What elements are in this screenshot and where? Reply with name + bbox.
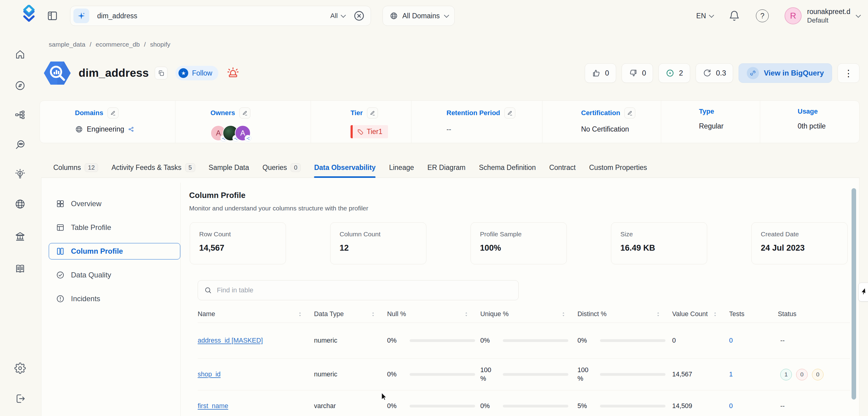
tab-label: Custom Properties: [589, 164, 647, 172]
details-domains: Domains Engineering: [40, 101, 176, 143]
upvote-button[interactable]: 0: [585, 63, 616, 83]
tab-sample-data[interactable]: Sample Data: [209, 157, 249, 178]
view-in-bigquery-button[interactable]: View in BigQuery: [739, 63, 832, 83]
app-sidebar: [0, 0, 40, 416]
sort-icon: [655, 311, 661, 317]
breadcrumb-item-ecommerce-db[interactable]: ecommerce_db: [96, 41, 140, 48]
null-pct-value: 0%: [387, 370, 405, 379]
column-header-name[interactable]: Name: [198, 310, 314, 318]
distinct-pct-cell: 100 %: [578, 366, 672, 383]
tests-link[interactable]: 0: [729, 402, 778, 410]
details-usage: Usage 0th pctile: [760, 101, 859, 143]
edit-tier-button[interactable]: [367, 107, 378, 119]
vertical-scrollbar[interactable]: [851, 188, 856, 399]
nav-home-button[interactable]: [14, 49, 27, 61]
follow-button[interactable]: ★ Follow: [176, 66, 218, 81]
column-header-value-count[interactable]: Value Count: [672, 310, 729, 318]
edit-owners-button[interactable]: [239, 107, 250, 119]
app-logo-icon[interactable]: [18, 5, 40, 26]
stat-card-row-count: Row Count14,567: [190, 222, 286, 264]
column-link-address-id-masked[interactable]: address_id [MASKED]: [198, 337, 314, 345]
breadcrumb-item-shopify[interactable]: shopify: [150, 41, 170, 48]
null-pct-value: 0%: [387, 402, 405, 411]
tab-activity-feeds-tasks[interactable]: Activity Feeds & Tasks5: [112, 157, 195, 178]
search-clear-button[interactable]: [353, 10, 365, 22]
test-status-badge-success[interactable]: 1: [780, 369, 792, 380]
tab-columns[interactable]: Columns12: [53, 157, 98, 178]
null-pct-bar: [410, 373, 475, 376]
tab-lineage[interactable]: Lineage: [389, 157, 414, 178]
unique-pct-bar: [503, 373, 568, 376]
edit-retention-button[interactable]: [504, 107, 515, 119]
user-menu[interactable]: R rounakpreet.d Default: [784, 7, 860, 24]
global-search[interactable]: All: [70, 6, 371, 26]
column-header-unique[interactable]: Unique %: [480, 310, 578, 318]
column-header-status: Status: [778, 310, 850, 318]
views-counter[interactable]: 2: [658, 63, 690, 83]
nav-logout-button[interactable]: [14, 393, 27, 405]
edit-certification-button[interactable]: [624, 107, 635, 119]
globe-icon: [390, 11, 398, 20]
downvote-button[interactable]: 0: [622, 63, 653, 83]
tab-custom-properties[interactable]: Custom Properties: [589, 157, 647, 178]
global-search-input[interactable]: [97, 12, 331, 20]
help-button[interactable]: ?: [756, 9, 769, 22]
find-in-table-input[interactable]: [217, 286, 512, 294]
breadcrumb-separator: /: [90, 41, 91, 48]
nav-governance-button[interactable]: [14, 231, 27, 243]
column-header-distinct[interactable]: Distinct %: [578, 310, 672, 318]
subnav-item-overview[interactable]: Overview: [49, 195, 180, 212]
tier-badge[interactable]: Tier1: [350, 125, 388, 138]
copy-name-button[interactable]: [155, 67, 167, 79]
breadcrumb-item-sample-data[interactable]: sample_data: [49, 41, 85, 48]
tab-count-badge: 0: [290, 163, 301, 172]
all-domains-dropdown[interactable]: All Domains: [382, 6, 455, 26]
value-count-cell: 14,567: [672, 371, 729, 378]
search-scope-dropdown[interactable]: All: [331, 12, 344, 20]
null-pct-cell: 0%: [387, 337, 480, 345]
subnav-item-table-profile[interactable]: Table Profile: [49, 219, 180, 236]
tab-er-diagram[interactable]: ER Diagram: [427, 157, 465, 178]
tab-schema-definition[interactable]: Schema Definition: [479, 157, 536, 178]
tab-data-observability[interactable]: Data Observability: [314, 157, 375, 178]
nav-domains-button[interactable]: [14, 198, 27, 211]
version-button[interactable]: 0.3: [695, 63, 733, 83]
domain-link[interactable]: Engineering: [87, 125, 124, 133]
nav-settings-button[interactable]: [14, 362, 27, 375]
column-link-shop-id[interactable]: shop_id: [198, 371, 314, 378]
nav-insights-button[interactable]: [14, 168, 27, 181]
tab-queries[interactable]: Queries0: [262, 157, 301, 178]
tests-link[interactable]: 1: [729, 371, 778, 378]
notifications-bell-icon[interactable]: [728, 10, 740, 22]
distinct-pct-value: 100 %: [578, 366, 595, 383]
more-actions-button[interactable]: ⋮: [838, 63, 860, 83]
test-status-badge-failed[interactable]: 0: [796, 369, 808, 380]
nav-explore-button[interactable]: [14, 80, 27, 92]
tests-link[interactable]: 0: [729, 337, 778, 345]
column-link-first-name[interactable]: first_name: [198, 402, 314, 410]
edit-domains-button[interactable]: [107, 107, 119, 119]
details-certification: Certification No Certification: [542, 101, 661, 143]
nav-lineage-button[interactable]: [14, 109, 27, 121]
test-status-badge-aborted[interactable]: 0: [812, 369, 824, 380]
owner-avatar[interactable]: A: [235, 125, 251, 141]
entity-header: dim_address ★ Follow 0 0 2 0.3 View in B…: [43, 57, 860, 89]
language-dropdown[interactable]: EN: [696, 12, 713, 20]
null-pct-bar: [410, 405, 475, 408]
status-empty: --: [780, 402, 784, 410]
nav-glossary-button[interactable]: [14, 263, 27, 275]
subnav-item-incidents[interactable]: Incidents: [49, 291, 180, 307]
nav-observability-button[interactable]: [14, 139, 27, 151]
column-header-data-type[interactable]: Data Type: [314, 310, 387, 318]
subnav-item-column-profile[interactable]: Column Profile: [49, 243, 180, 259]
stat-card-profile-sample: Profile Sample100%: [470, 222, 567, 264]
tab-contract[interactable]: Contract: [549, 157, 576, 178]
table-search[interactable]: [198, 280, 519, 300]
subnav-item-data-quality[interactable]: Data Quality: [49, 267, 180, 283]
column-header-null[interactable]: Null %: [387, 310, 480, 318]
column-header-label: Null %: [387, 310, 406, 318]
sidebar-toggle-button[interactable]: [46, 10, 59, 22]
unique-pct-bar: [503, 405, 568, 408]
alert-siren-icon[interactable]: [226, 66, 240, 80]
cursor-dock-overlay: [858, 283, 868, 301]
